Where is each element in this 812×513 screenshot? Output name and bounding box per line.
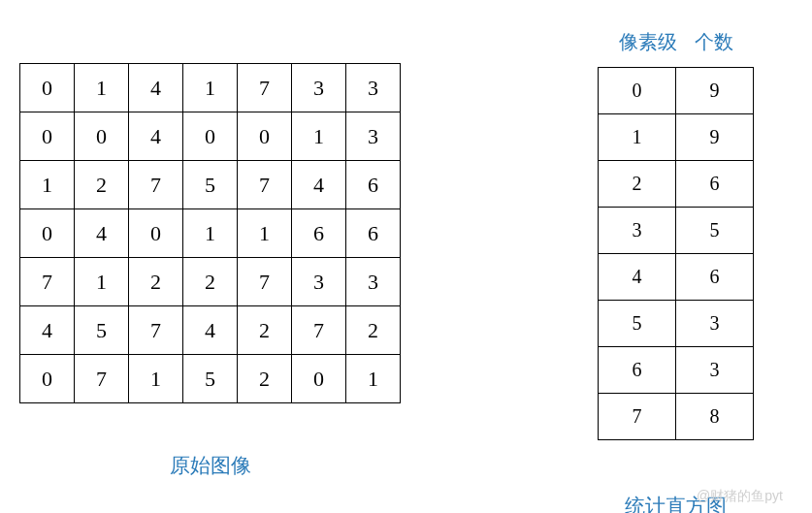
table-row: 7122733: [20, 258, 401, 306]
table-row: 0715201: [20, 355, 401, 403]
pixel-cell: 0: [20, 209, 75, 258]
pixel-cell: 2: [75, 161, 129, 209]
pixel-cell: 5: [75, 306, 129, 355]
pixel-cell: 7: [292, 306, 346, 355]
table-row: 0401166: [20, 209, 401, 258]
table-row: 1275746: [20, 161, 401, 209]
pixel-cell: 7: [238, 161, 292, 209]
table-row: 53: [599, 301, 754, 347]
hist-level-cell: 2: [599, 161, 676, 208]
histogram-section: 像素级 个数 0919263546536378 统计直方图: [598, 48, 793, 513]
pixel-cell: 4: [75, 209, 129, 258]
pixel-cell: 2: [183, 258, 238, 306]
table-row: 78: [599, 394, 754, 440]
table-row: 4574272: [20, 306, 401, 355]
pixel-cell: 0: [292, 355, 346, 403]
pixel-cell: 4: [292, 161, 346, 209]
hist-count-cell: 5: [676, 208, 754, 254]
pixel-cell: 4: [20, 306, 75, 355]
histogram-table: 0919263546536378: [598, 67, 754, 440]
pixel-cell: 0: [129, 209, 183, 258]
pixel-cell: 6: [346, 209, 401, 258]
header-pixel-level: 像素级: [619, 29, 677, 55]
pixel-cell: 5: [183, 161, 238, 209]
left-caption: 原始图像: [170, 452, 251, 479]
pixel-cell: 5: [183, 355, 238, 403]
hist-count-cell: 6: [676, 254, 754, 301]
hist-level-cell: 7: [599, 394, 676, 440]
pixel-cell: 2: [129, 258, 183, 306]
hist-count-cell: 9: [676, 68, 754, 114]
pixel-cell: 1: [75, 64, 129, 112]
hist-level-cell: 0: [599, 68, 676, 114]
pixel-cell: 1: [292, 112, 346, 161]
hist-count-cell: 6: [676, 161, 754, 208]
pixel-cell: 2: [238, 306, 292, 355]
table-row: 19: [599, 114, 754, 161]
pixel-cell: 1: [129, 355, 183, 403]
table-row: 26: [599, 161, 754, 208]
pixel-cell: 1: [20, 161, 75, 209]
pixel-cell: 7: [129, 161, 183, 209]
pixel-cell: 7: [75, 355, 129, 403]
table-row: 35: [599, 208, 754, 254]
pixel-cell: 1: [183, 209, 238, 258]
watermark-text: @财猪的鱼pyt: [697, 488, 783, 505]
pixel-grid-table: 0141733004001312757460401166712273345742…: [19, 63, 401, 403]
pixel-cell: 0: [20, 64, 75, 112]
pixel-cell: 0: [75, 112, 129, 161]
pixel-cell: 7: [238, 258, 292, 306]
pixel-cell: 0: [20, 355, 75, 403]
pixel-cell: 2: [238, 355, 292, 403]
pixel-cell: 2: [346, 306, 401, 355]
pixel-cell: 4: [129, 112, 183, 161]
hist-level-cell: 4: [599, 254, 676, 301]
pixel-cell: 3: [346, 258, 401, 306]
hist-count-cell: 3: [676, 301, 754, 347]
pixel-cell: 7: [20, 258, 75, 306]
pixel-cell: 6: [346, 161, 401, 209]
pixel-cell: 0: [183, 112, 238, 161]
header-count: 个数: [695, 29, 733, 55]
hist-count-cell: 9: [676, 114, 754, 161]
original-image-section: 0141733004001312757460401166712273345742…: [19, 48, 401, 513]
pixel-cell: 1: [183, 64, 238, 112]
pixel-cell: 4: [129, 64, 183, 112]
pixel-cell: 4: [183, 306, 238, 355]
hist-level-cell: 6: [599, 347, 676, 394]
hist-level-cell: 5: [599, 301, 676, 347]
hist-count-cell: 8: [676, 394, 754, 440]
pixel-cell: 3: [292, 258, 346, 306]
table-row: 0141733: [20, 64, 401, 112]
hist-level-cell: 3: [599, 208, 676, 254]
pixel-cell: 3: [346, 112, 401, 161]
pixel-cell: 1: [238, 209, 292, 258]
pixel-cell: 6: [292, 209, 346, 258]
table-row: 63: [599, 347, 754, 394]
table-row: 0040013: [20, 112, 401, 161]
pixel-cell: 3: [346, 64, 401, 112]
pixel-cell: 7: [129, 306, 183, 355]
histogram-headers: 像素级 个数: [619, 29, 733, 55]
pixel-cell: 0: [238, 112, 292, 161]
pixel-cell: 0: [20, 112, 75, 161]
pixel-cell: 1: [75, 258, 129, 306]
pixel-cell: 3: [292, 64, 346, 112]
hist-count-cell: 3: [676, 347, 754, 394]
pixel-cell: 1: [346, 355, 401, 403]
table-row: 09: [599, 68, 754, 114]
table-row: 46: [599, 254, 754, 301]
hist-level-cell: 1: [599, 114, 676, 161]
pixel-cell: 7: [238, 64, 292, 112]
